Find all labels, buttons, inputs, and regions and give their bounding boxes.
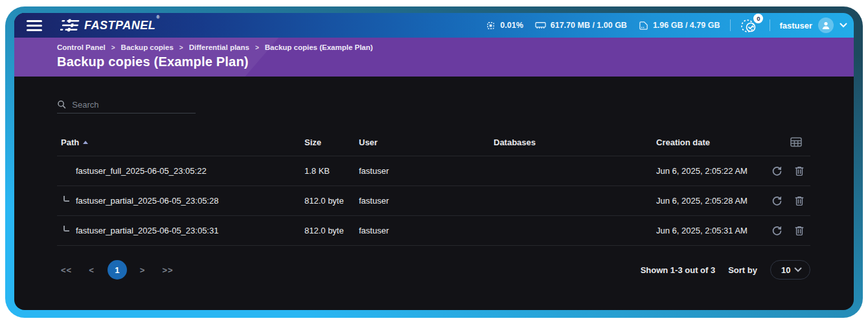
breadcrumb-item[interactable]: Backup copies [121, 43, 174, 51]
trash-icon [794, 195, 805, 206]
sort-asc-icon [83, 141, 88, 144]
logo-text: FASTPANEL® [84, 19, 159, 32]
child-indicator-icon [63, 226, 69, 232]
cell-creation-date: Jun 6, 2025, 2:05:31 AM [656, 226, 771, 235]
main-content: Path Size User Databases Creation date [14, 96, 854, 280]
restore-button[interactable] [771, 195, 782, 206]
restore-icon [771, 195, 782, 206]
breadcrumb-separator: > [111, 44, 115, 51]
breadcrumb-item[interactable]: Control Panel [57, 43, 106, 51]
table-body: fastuser_full_2025-06-05_23:05:22 1.8 KB… [57, 156, 810, 246]
logo[interactable]: FASTPANEL® [60, 19, 159, 32]
cell-creation-date: Jun 6, 2025, 2:05:22 AM [656, 166, 771, 176]
notifications-button[interactable]: 0 [740, 16, 759, 34]
breadcrumb-separator: > [179, 44, 183, 51]
person-icon [821, 21, 830, 30]
next-page-button[interactable]: > [136, 263, 150, 278]
cell-size: 812.0 byte [304, 196, 359, 206]
restore-button[interactable] [771, 225, 782, 236]
user-menu[interactable]: fastuser [779, 18, 847, 33]
cell-actions [771, 225, 813, 236]
disk-usage-value: 1.96 GB / 4.79 GB [653, 21, 720, 30]
page-size-select[interactable]: 10 [770, 260, 810, 280]
search-icon [57, 99, 66, 110]
cell-path: fastuser_full_2025-06-05_23:05:22 [57, 166, 304, 176]
page-header: Control Panel>Backup copies>Differential… [14, 38, 854, 77]
cell-creation-date: Jun 6, 2025, 2:05:28 AM [656, 196, 771, 206]
delete-button[interactable] [794, 195, 805, 206]
cell-actions [771, 195, 813, 206]
fastpanel-logo-icon [60, 19, 80, 32]
disk-usage-stat: 1.96 GB / 4.79 GB [639, 21, 720, 30]
cell-path: fastuser_partial_2025-06-05_23:05:31 [57, 226, 304, 235]
sort-by-label: Sort by [728, 265, 757, 275]
cell-user: fastuser [359, 196, 494, 206]
screenshot-stage: FASTPANEL® 0.01% [0, 0, 868, 323]
last-page-button[interactable]: >> [158, 263, 177, 278]
pager-right: Shown 1-3 out of 3 Sort by 10 [641, 260, 810, 280]
avatar [818, 18, 834, 33]
cell-size: 812.0 byte [304, 226, 359, 235]
cell-user: fastuser [359, 166, 494, 176]
delete-button[interactable] [794, 165, 805, 176]
ram-usage-value: 617.70 MB / 1.00 GB [551, 21, 627, 30]
pagination-bar: << < 1 > >> Shown 1-3 out of 3 Sort by 1… [57, 260, 810, 280]
delete-button[interactable] [794, 225, 805, 236]
ram-icon [535, 21, 546, 30]
column-settings-button[interactable] [771, 137, 810, 147]
page-size-value: 10 [781, 265, 790, 275]
chevron-down-icon [794, 267, 802, 272]
restore-icon [771, 165, 782, 176]
notifications-count-badge: 0 [753, 14, 763, 23]
column-header-path[interactable]: Path [57, 138, 304, 147]
current-page-button[interactable]: 1 [108, 260, 127, 280]
window-frame: FASTPANEL® 0.01% [5, 6, 863, 318]
username: fastuser [779, 21, 812, 30]
app-window: FASTPANEL® 0.01% [14, 13, 854, 310]
breadcrumb-separator: > [255, 44, 259, 51]
restore-icon [771, 225, 782, 236]
table-row[interactable]: fastuser_partial_2025-06-05_23:05:28 812… [57, 186, 810, 216]
search-box [57, 96, 196, 114]
column-header-size[interactable]: Size [304, 138, 359, 147]
cpu-usage-stat: 0.01% [486, 21, 523, 30]
column-header-creation-date[interactable]: Creation date [656, 138, 771, 147]
pager: << < 1 > >> [57, 260, 177, 280]
column-header-user[interactable]: User [359, 138, 494, 147]
breadcrumb: Control Panel>Backup copies>Differential… [57, 43, 854, 51]
table-row[interactable]: fastuser_partial_2025-06-05_23:05:31 812… [57, 216, 810, 246]
shown-count-text: Shown 1-3 out of 3 [641, 265, 716, 275]
cell-user: fastuser [359, 226, 494, 235]
trash-icon [794, 225, 805, 236]
cell-size: 1.8 KB [304, 166, 359, 176]
trash-icon [794, 165, 805, 176]
topbar-divider [730, 19, 731, 31]
first-page-button[interactable]: << [57, 263, 76, 278]
cell-path: fastuser_partial_2025-06-05_23:05:28 [57, 196, 304, 206]
chevron-down-icon [839, 23, 847, 28]
column-header-databases[interactable]: Databases [494, 138, 656, 147]
child-indicator-icon [63, 196, 69, 202]
breadcrumb-item[interactable]: Differential plans [189, 43, 249, 51]
prev-page-button[interactable]: < [85, 263, 98, 278]
cell-actions [771, 165, 813, 176]
cpu-icon [486, 21, 496, 30]
registered-mark: ® [156, 15, 160, 19]
restore-button[interactable] [771, 165, 782, 176]
search-input[interactable] [72, 100, 196, 110]
table-columns-icon [790, 137, 802, 147]
topbar-divider [770, 19, 770, 31]
topbar-right: 0.01% 617.70 MB / 1.00 GB [474, 16, 847, 34]
cpu-usage-value: 0.01% [500, 21, 523, 30]
table-row[interactable]: fastuser_full_2025-06-05_23:05:22 1.8 KB… [57, 156, 810, 186]
table-header: Path Size User Databases Creation date [57, 128, 810, 156]
hamburger-menu-icon[interactable] [27, 20, 42, 31]
topbar: FASTPANEL® 0.01% [14, 13, 854, 38]
breadcrumb-item[interactable]: Backup copies (Example Plan) [265, 43, 373, 51]
page-title: Backup copies (Example Plan) [57, 54, 854, 69]
disk-icon [639, 21, 648, 30]
ram-usage-stat: 617.70 MB / 1.00 GB [535, 21, 627, 30]
